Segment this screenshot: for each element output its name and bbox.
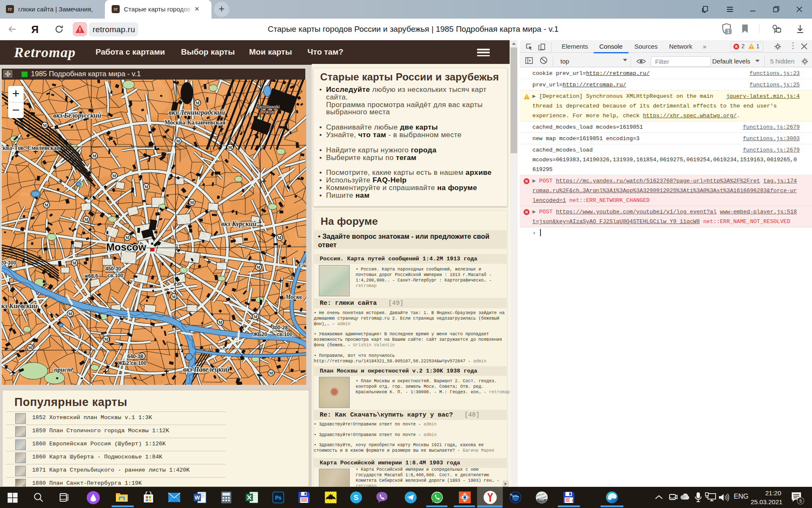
svg-text:Москва-Каланчевская: Москва-Каланчевская: [165, 119, 225, 126]
svg-text:W: W: [195, 494, 200, 501]
svg-text:Moscow: Moscow: [106, 241, 146, 253]
svg-text:M: M: [172, 295, 176, 299]
svg-text:ЖБ20: ЖБ20: [253, 331, 267, 337]
svg-text:осква-Тов.-Смоленская: осква-Тов.-Смоленская: [2, 145, 60, 151]
svg-text:Москв: Москв: [285, 294, 302, 300]
svg-text:S: S: [354, 494, 358, 502]
svg-text:M: M: [278, 236, 282, 240]
svg-text:5: 5: [799, 499, 802, 503]
svg-text:M: M: [73, 261, 77, 265]
svg-text:M: M: [219, 320, 222, 325]
svg-text:M: M: [28, 346, 32, 350]
svg-text:вкз Киевский: вкз Киевский: [2, 302, 37, 309]
svg-text:Jaroslawski: Jaroslawski: [257, 104, 280, 109]
svg-text:св.100: св.100: [277, 331, 293, 337]
svg-text:M: M: [190, 201, 194, 205]
svg-text:M: M: [93, 154, 96, 158]
svg-text:Спа: Спа: [299, 262, 306, 268]
svg-text:Ps: Ps: [275, 495, 282, 501]
svg-text:вкз Курский: вкз Курский: [221, 220, 256, 228]
svg-text:вкз Белорусский: вкз Белорусский: [53, 112, 101, 119]
svg-text:M: M: [112, 174, 116, 178]
svg-text:вкз Павелецкий: вкз Павелецкий: [183, 366, 230, 373]
svg-text:M: M: [104, 337, 108, 342]
svg-text:Е4: Е4: [572, 499, 575, 502]
svg-text:M: M: [43, 124, 47, 128]
svg-text:M: M: [85, 218, 88, 222]
svg-text:ж68,6: ж68,6: [84, 273, 98, 279]
svg-text:M: M: [269, 371, 273, 375]
svg-text:M: M: [126, 236, 129, 240]
svg-text:M: M: [254, 315, 258, 319]
svg-text:Pro: Pro: [540, 498, 544, 501]
svg-text:вкз Ленинградский: вкз Ленинградский: [169, 109, 225, 116]
svg-text:300-28: 300-28: [272, 325, 288, 331]
svg-text:20-300: 20-300: [2, 260, 16, 266]
svg-text:св.100: св.100: [107, 273, 123, 279]
svg-text:1: 1: [727, 29, 730, 34]
svg-text:640-38: 640-38: [127, 353, 143, 359]
svg-text:M: M: [257, 265, 261, 270]
svg-text:св.100: св.100: [131, 360, 147, 366]
svg-text:M: M: [176, 139, 180, 144]
svg-text:M: M: [145, 185, 148, 189]
svg-text:прист: прист: [54, 366, 72, 373]
svg-text:M: M: [196, 101, 200, 105]
svg-text:boksal: boksal: [262, 109, 274, 114]
svg-text:M: M: [228, 146, 232, 150]
svg-text:ЖБ21: ЖБ21: [118, 360, 132, 366]
svg-text:M: M: [45, 203, 49, 207]
svg-text:M: M: [69, 312, 72, 316]
svg-text:450-30: 450-30: [105, 266, 121, 272]
